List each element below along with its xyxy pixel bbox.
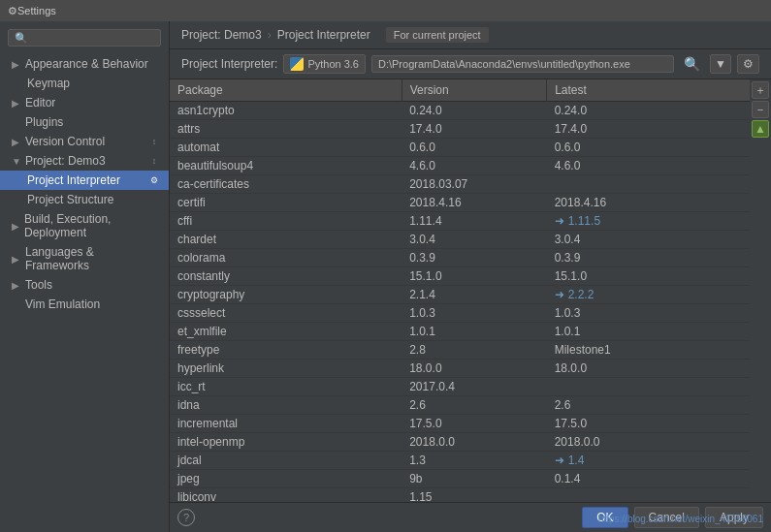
table-row[interactable]: intel-openmp2018.0.02018.0.0 <box>170 433 750 452</box>
help-button[interactable]: ? <box>177 509 195 526</box>
sidebar-item-tools[interactable]: ▶ Tools <box>0 275 169 295</box>
cancel-button[interactable]: Cancel <box>634 507 699 528</box>
interpreter-path: D:\ProgramData\Anaconda2\envs\untitled\p… <box>371 55 674 73</box>
sidebar-item-label: Languages & Frameworks <box>25 245 161 272</box>
arrow-icon: ▶ <box>12 137 21 147</box>
table-row[interactable]: cffi1.11.4➜1.11.5 <box>170 212 750 231</box>
package-version: 15.1.0 <box>402 267 547 286</box>
package-name: cffi <box>170 212 402 231</box>
package-version: 2018.03.07 <box>402 175 547 194</box>
table-row[interactable]: et_xmlfile1.0.11.0.1 <box>170 323 750 341</box>
package-version: 18.0.0 <box>402 360 547 378</box>
table-row[interactable]: ca-certificates2018.03.07 <box>170 175 750 194</box>
title-bar: ⚙ Settings <box>0 0 771 21</box>
sidebar-item-keymap[interactable]: Keymap <box>0 74 169 93</box>
sidebar-item-label: Project Structure <box>27 193 113 206</box>
package-latest: 1.0.1 <box>547 323 750 341</box>
sidebar-item-appearance[interactable]: ▶ Appearance & Behavior <box>0 54 169 74</box>
right-action-buttons: ＋ － ▲ <box>750 79 771 140</box>
sidebar-item-version-control[interactable]: ▶ Version Control ↕ <box>0 132 169 151</box>
package-latest: 2018.0.0 <box>547 433 750 452</box>
package-version: 2.8 <box>402 341 547 360</box>
sidebar-search-input[interactable] <box>8 29 161 47</box>
package-version: 2.6 <box>402 396 547 415</box>
bottom-bar: ? OK Cancel Apply <box>170 502 771 532</box>
package-latest: ➜1.4 <box>547 452 750 470</box>
project-badge: ↕ <box>147 154 161 168</box>
table-row[interactable]: constantly15.1.015.1.0 <box>170 267 750 286</box>
package-name: automat <box>170 139 402 157</box>
package-name: incremental <box>170 415 402 433</box>
bottom-right: OK Cancel Apply <box>582 507 763 528</box>
table-row[interactable]: asn1crypto0.24.00.24.0 <box>170 102 750 120</box>
table-row[interactable]: automat0.6.00.6.0 <box>170 139 750 157</box>
add-package-button[interactable]: ＋ <box>752 81 769 99</box>
sidebar-item-plugins[interactable]: ▶ Plugins <box>0 112 169 132</box>
package-version: 1.0.3 <box>402 304 547 323</box>
breadcrumb-page[interactable]: Project Interpreter <box>277 28 370 42</box>
table-row[interactable]: hyperlink18.0.018.0.0 <box>170 360 750 378</box>
sidebar-item-project-structure[interactable]: Project Structure <box>0 190 169 209</box>
package-name: jdcal <box>170 452 402 470</box>
table-row[interactable]: icc_rt2017.0.4 <box>170 378 750 396</box>
package-name: chardet <box>170 231 402 249</box>
breadcrumb-tab[interactable]: For current project <box>386 27 489 43</box>
sidebar-item-project[interactable]: ▼ Project: Demo3 ↕ <box>0 151 169 171</box>
sidebar-item-languages[interactable]: ▶ Languages & Frameworks <box>0 242 169 275</box>
package-latest <box>547 175 750 194</box>
table-row[interactable]: jpeg9b0.1.4 <box>170 470 750 488</box>
table-row[interactable]: jdcal1.3➜1.4 <box>170 452 750 470</box>
sidebar-item-editor[interactable]: ▶ Editor <box>0 93 169 112</box>
package-version: 2018.4.16 <box>402 194 547 212</box>
table-row[interactable]: attrs17.4.017.4.0 <box>170 120 750 139</box>
interpreter-dropdown[interactable]: ▼ <box>710 54 731 74</box>
package-latest: 2018.4.16 <box>547 194 750 212</box>
col-version: Version <box>402 79 547 102</box>
table-row[interactable]: cryptography2.1.4➜2.2.2 <box>170 286 750 304</box>
ok-button[interactable]: OK <box>582 507 627 528</box>
interpreter-version: Python 3.6 <box>307 58 359 70</box>
package-name: jpeg <box>170 470 402 488</box>
package-name: cryptography <box>170 286 402 304</box>
breadcrumb-project[interactable]: Project: Demo3 <box>181 28 262 42</box>
package-version: 2.1.4 <box>402 286 547 304</box>
interpreter-select[interactable]: Python 3.6 <box>283 54 366 74</box>
package-version: 3.0.4 <box>402 231 547 249</box>
sidebar-item-build[interactable]: ▶ Build, Execution, Deployment <box>0 209 169 242</box>
table-row[interactable]: chardet3.0.43.0.4 <box>170 231 750 249</box>
package-version: 4.6.0 <box>402 157 547 175</box>
arrow-icon: ▶ <box>12 221 20 232</box>
sidebar-item-label: Plugins <box>25 115 63 129</box>
package-latest: 2.6 <box>547 396 750 415</box>
arrow-icon: ▶ <box>12 280 21 291</box>
apply-button[interactable]: Apply <box>705 507 763 528</box>
package-name: freetype <box>170 341 402 360</box>
package-version: 1.11.4 <box>402 212 547 231</box>
table-row[interactable]: cssselect1.0.31.0.3 <box>170 304 750 323</box>
remove-package-button[interactable]: － <box>752 101 769 118</box>
package-name: intel-openmp <box>170 433 402 452</box>
sidebar-item-vim[interactable]: ▶ Vim Emulation <box>0 295 169 314</box>
package-latest: 17.4.0 <box>547 120 750 139</box>
sidebar-item-project-interpreter[interactable]: Project Interpreter ⚙ <box>0 171 169 190</box>
interpreter-search-button[interactable]: 🔍 <box>680 56 704 72</box>
table-row[interactable]: incremental17.5.017.5.0 <box>170 415 750 433</box>
table-row[interactable]: beautifulsoup44.6.04.6.0 <box>170 157 750 175</box>
sidebar-item-label: Project: Demo3 <box>25 154 106 168</box>
interpreter-label: Project Interpreter: <box>181 57 277 71</box>
package-version: 1.3 <box>402 452 547 470</box>
sidebar-item-label: Keymap <box>27 77 70 90</box>
package-name: beautifulsoup4 <box>170 157 402 175</box>
table-row[interactable]: libiconv1.15 <box>170 488 750 503</box>
table-row[interactable]: freetype2.8Milestone1 <box>170 341 750 360</box>
sidebar-search-container <box>0 25 169 50</box>
table-row[interactable]: idna2.62.6 <box>170 396 750 415</box>
package-version: 0.6.0 <box>402 139 547 157</box>
arrow-icon: ▼ <box>12 156 21 167</box>
table-row[interactable]: colorama0.3.90.3.9 <box>170 249 750 267</box>
package-latest: 0.24.0 <box>547 102 750 120</box>
table-row[interactable]: certifi2018.4.162018.4.16 <box>170 194 750 212</box>
interpreter-settings-button[interactable]: ⚙ <box>737 54 759 74</box>
upgrade-package-button[interactable]: ▲ <box>752 120 769 138</box>
package-table-container[interactable]: Package Version Latest asn1crypto0.24.00… <box>170 79 750 502</box>
